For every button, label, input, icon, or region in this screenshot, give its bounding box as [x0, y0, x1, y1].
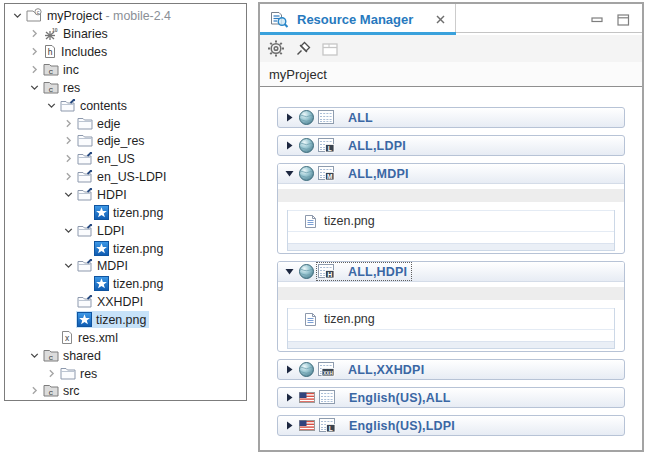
resource-item-tizen-png[interactable]: tizen.png	[288, 210, 614, 232]
tree-item-myproject[interactable]: cmyProject - mobile-2.4	[5, 7, 246, 25]
tizen-file-icon	[77, 312, 92, 327]
chevron-expanded-icon[interactable]	[10, 8, 25, 24]
tree-item-label: inc	[63, 62, 79, 77]
triangle-right-icon[interactable]	[284, 393, 295, 402]
tree-item-edje-res[interactable]: edje_res	[5, 132, 246, 150]
tree-item-res[interactable]: cres	[5, 78, 246, 96]
group-title-area: MALL,MDPI	[317, 165, 413, 182]
tree-item-tizen-png[interactable]: tizen.png	[5, 311, 246, 329]
close-icon[interactable]	[434, 13, 447, 26]
group-header-strip	[278, 287, 624, 300]
triangle-down-icon[interactable]	[284, 169, 295, 178]
resource-group-header[interactable]: English(US),ALL	[277, 387, 625, 408]
triangle-down-icon[interactable]	[284, 267, 295, 276]
chevron-expanded-icon[interactable]	[61, 222, 76, 238]
resource-group-label: ALL,MDPI	[348, 167, 409, 181]
resource-group-header[interactable]: XXHALL,XXHDPI	[277, 359, 625, 380]
triangle-right-icon[interactable]	[284, 141, 295, 150]
project-header-row: myProject	[260, 62, 642, 87]
tizen-file-icon	[94, 205, 109, 220]
svg-text:c: c	[49, 388, 54, 397]
file-icon	[304, 312, 317, 327]
chevron-collapsed-icon[interactable]	[61, 133, 76, 149]
chevron-collapsed-icon[interactable]	[27, 44, 42, 60]
svg-text:XXH: XXH	[323, 371, 333, 376]
density-icon-m: M	[318, 166, 335, 181]
tree-item-binaries[interactable]: 10Binaries	[5, 25, 246, 43]
tree-item-tizen-png[interactable]: tizen.png	[5, 239, 246, 257]
resource-group-header[interactable]: HALL,HDPI	[278, 262, 624, 282]
chevron-collapsed-icon[interactable]	[61, 169, 76, 185]
chevron-expanded-icon[interactable]	[44, 97, 59, 113]
pushpin-icon	[295, 40, 312, 57]
globe-icon	[299, 264, 314, 279]
project-explorer-panel: cmyProject - mobile-2.410BinarieshInclud…	[4, 3, 247, 401]
chevron-expanded-icon[interactable]	[61, 258, 76, 274]
tree-item-label: Binaries	[63, 26, 108, 41]
svg-text:h: h	[48, 47, 53, 57]
chevron-collapsed-icon[interactable]	[44, 365, 59, 381]
resource-group-label: ALL,XXHDPI	[348, 363, 424, 377]
triangle-right-icon[interactable]	[284, 421, 295, 430]
us-flag-icon	[299, 392, 315, 403]
group-bottom-strip	[288, 243, 614, 250]
folder-mod-icon	[77, 295, 93, 308]
triangle-right-icon[interactable]	[284, 365, 295, 374]
density-icon-l: L	[319, 418, 336, 433]
triangle-right-icon[interactable]	[284, 113, 295, 122]
tree-item-res-xml[interactable]: xres.xml	[5, 328, 246, 346]
pin-view-button[interactable]	[293, 39, 313, 59]
resource-group-header[interactable]: MALL,MDPI	[278, 164, 624, 184]
tree-item-label: tizen.png	[113, 241, 163, 256]
resource-group-header[interactable]: LALL,LDPI	[277, 135, 625, 156]
c-folder-icon: c	[43, 81, 59, 94]
tree-item-includes[interactable]: hIncludes	[5, 43, 246, 61]
chevron-expanded-icon[interactable]	[61, 187, 76, 203]
resource-group-all-mdpi: MALL,MDPItizen.png	[277, 163, 625, 254]
tree-item-en-us[interactable]: en_US	[5, 150, 246, 168]
resource-group-header[interactable]: ALL	[277, 107, 625, 128]
gear-icon	[267, 40, 285, 57]
resource-group-all-xxhdpi: XXHALL,XXHDPI	[277, 359, 625, 380]
tree-item-label: myProject - mobile-2.4	[47, 8, 171, 23]
tree-item-src[interactable]: csrc	[5, 382, 246, 400]
chevron-collapsed-icon[interactable]	[27, 26, 42, 42]
tree-item-res[interactable]: res	[5, 364, 246, 382]
tree-item-contents[interactable]: contents	[5, 96, 246, 114]
resource-group-all: ALL	[277, 107, 625, 128]
tree-item-hdpi[interactable]: HDPI	[5, 186, 246, 204]
resource-item-tizen-png[interactable]: tizen.png	[288, 308, 614, 330]
chevron-collapsed-icon[interactable]	[61, 151, 76, 167]
tab-resource-manager[interactable]: Resource Manager	[260, 4, 456, 35]
chevron-expanded-icon[interactable]	[27, 347, 42, 363]
tree-indent	[78, 204, 93, 220]
tree-item-ldpi[interactable]: LDPI	[5, 221, 246, 239]
folder-mod-icon	[77, 224, 93, 237]
resource-group-label: ALL	[348, 111, 373, 125]
maximize-icon[interactable]	[617, 14, 630, 26]
tree-item-tizen-png[interactable]: tizen.png	[5, 203, 246, 221]
tree-item-xxhdpi[interactable]: XXHDPI	[5, 293, 246, 311]
chevron-collapsed-icon[interactable]	[27, 383, 42, 399]
tree-item-mdpi[interactable]: MDPI	[5, 257, 246, 275]
c-folder-icon: c	[43, 349, 59, 362]
chevron-collapsed-icon[interactable]	[27, 62, 42, 78]
tree-item-tizen-png[interactable]: tizen.png	[5, 275, 246, 293]
tree-item-label: edje	[97, 116, 120, 131]
minimize-icon[interactable]	[591, 14, 604, 25]
chevron-collapsed-icon[interactable]	[61, 115, 76, 131]
tree-item-en-us-ldpi[interactable]: en_US-LDPI	[5, 168, 246, 186]
density-icon-xxh: XXH	[318, 362, 335, 377]
resource-group-header[interactable]: LEnglish(US),LDPI	[277, 415, 625, 436]
file-icon	[304, 214, 317, 229]
chevron-expanded-icon[interactable]	[27, 79, 42, 95]
binaries-icon: 10	[43, 26, 59, 41]
tree-item-label: shared	[63, 348, 101, 363]
tree-item-inc[interactable]: cinc	[5, 61, 246, 79]
resource-group-label: ALL,LDPI	[348, 139, 406, 153]
tree-item-shared[interactable]: cshared	[5, 346, 246, 364]
settings-button[interactable]	[266, 39, 286, 59]
tree-item-edje[interactable]: edje	[5, 114, 246, 132]
resource-group-label: English(US),ALL	[349, 391, 451, 405]
resource-item-label: tizen.png	[324, 214, 375, 228]
